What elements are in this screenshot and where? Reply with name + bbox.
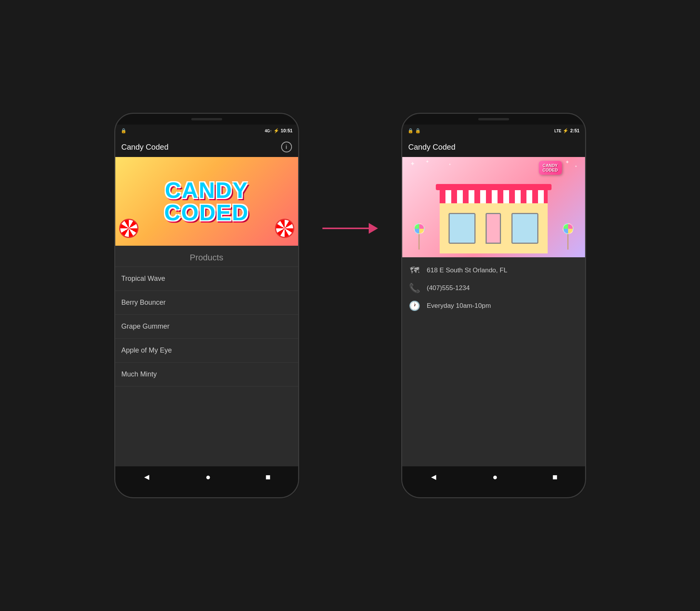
address-row: 🗺 618 E South St Orlando, FL bbox=[408, 265, 579, 276]
sparkle-4: ✦ bbox=[565, 159, 570, 165]
lock-icon-1: 🔒 bbox=[408, 128, 413, 133]
battery-icon: ⚡ bbox=[273, 128, 279, 133]
phone-1-bottom-bar bbox=[115, 488, 298, 497]
phone-1-speaker bbox=[191, 118, 222, 120]
section-header: Products bbox=[115, 246, 298, 267]
sparkle-2: ✦ bbox=[425, 159, 429, 164]
lollipop-right bbox=[563, 223, 573, 250]
list-item[interactable]: Berry Bouncer bbox=[115, 291, 298, 315]
phone-2-top-bar bbox=[402, 114, 585, 125]
store-roof bbox=[440, 188, 548, 203]
phone-2-app-bar: Candy Coded bbox=[402, 137, 585, 157]
phone-2: 🔒 🔒 LTE ⚡ 2:51 Candy Coded ✦ ✦ ✦ ✦ bbox=[401, 113, 586, 498]
sparkle-3: ✦ bbox=[449, 163, 451, 166]
phone-2-speaker bbox=[478, 118, 509, 120]
sparkle-5: ✦ bbox=[575, 165, 577, 168]
recents-button[interactable]: ■ bbox=[265, 472, 270, 482]
status-right-icons: 4G↑ ⚡ 10:51 bbox=[265, 128, 292, 133]
store-illustration: ✦ ✦ ✦ ✦ ✦ bbox=[402, 157, 585, 257]
address-text: 618 E South St Orlando, FL bbox=[427, 267, 508, 274]
phone-row: 📞 (407)555-1234 bbox=[408, 283, 579, 294]
store-building bbox=[440, 188, 548, 257]
sparkle-1: ✦ bbox=[410, 160, 415, 167]
phone-2-screen: 🔒 🔒 LTE ⚡ 2:51 Candy Coded ✦ ✦ ✦ ✦ bbox=[402, 125, 585, 488]
status-left-icons-2: 🔒 🔒 bbox=[408, 128, 421, 133]
product-name: Berry Bouncer bbox=[121, 299, 166, 306]
back-button[interactable]: ◄ bbox=[142, 472, 151, 482]
app-title-right: Candy Coded bbox=[408, 143, 455, 152]
lollipop-stick-left bbox=[418, 234, 420, 250]
info-button[interactable]: i bbox=[281, 142, 292, 152]
hours-text: Everyday 10am-10pm bbox=[427, 302, 491, 310]
phone-text: (407)555-1234 bbox=[427, 284, 470, 292]
home-button[interactable]: ● bbox=[206, 472, 211, 482]
store-window-left bbox=[449, 213, 476, 244]
lte-icon: LTE bbox=[554, 129, 561, 133]
arrow-line bbox=[322, 228, 369, 229]
battery-icon-2: ⚡ bbox=[563, 128, 568, 133]
phone-2-nav-bar: ◄ ● ■ bbox=[402, 466, 585, 488]
signal-icon: 4G↑ bbox=[265, 129, 272, 133]
info-content: 🗺 618 E South St Orlando, FL 📞 (407)555-… bbox=[402, 257, 585, 466]
time-display: 10:51 bbox=[281, 128, 293, 133]
phone-icon: 📞 bbox=[408, 283, 421, 294]
lollipop-head-left bbox=[414, 223, 425, 234]
app-title-left: Candy Coded bbox=[121, 143, 169, 152]
hero-candy-text: CANDYCODED bbox=[164, 179, 249, 224]
lock-icon-2: 🔒 bbox=[415, 128, 421, 133]
list-item[interactable]: Much Minty bbox=[115, 363, 298, 387]
phone-1-top-bar bbox=[115, 114, 298, 125]
list-item[interactable]: Grape Gummer bbox=[115, 315, 298, 339]
map-icon: 🗺 bbox=[408, 265, 421, 276]
lollipop-left bbox=[414, 223, 425, 250]
phone-2-bottom-bar bbox=[402, 488, 585, 497]
time-display-2: 2:51 bbox=[570, 128, 579, 133]
list-item[interactable]: Tropical Wave bbox=[115, 267, 298, 291]
store-window-right bbox=[511, 213, 538, 244]
candy-left bbox=[119, 219, 138, 238]
store-door bbox=[486, 213, 501, 244]
product-name: Tropical Wave bbox=[121, 275, 165, 282]
phone-1-nav-bar: ◄ ● ■ bbox=[115, 466, 298, 488]
status-right-icons-2: LTE ⚡ 2:51 bbox=[554, 128, 579, 133]
arrow-head bbox=[369, 223, 378, 234]
product-name: Grape Gummer bbox=[121, 322, 170, 330]
lollipop-stick-right bbox=[567, 234, 568, 250]
phone-1-status-bar: 🔒 4G↑ ⚡ 10:51 bbox=[115, 125, 298, 137]
navigation-arrow bbox=[322, 223, 378, 234]
clock-icon: 🕐 bbox=[408, 300, 421, 311]
product-list: Tropical Wave Berry Bouncer Grape Gummer… bbox=[115, 267, 298, 466]
back-button-2[interactable]: ◄ bbox=[429, 472, 438, 482]
home-button-2[interactable]: ● bbox=[493, 472, 498, 482]
phone-1: 🔒 4G↑ ⚡ 10:51 Candy Coded i CANDYCODED P… bbox=[114, 113, 299, 498]
product-name: Apple of My Eye bbox=[121, 346, 172, 354]
lollipop-head-right bbox=[563, 223, 573, 234]
store-walls bbox=[440, 203, 548, 253]
hours-row: 🕐 Everyday 10am-10pm bbox=[408, 300, 579, 311]
phone-2-status-bar: 🔒 🔒 LTE ⚡ 2:51 bbox=[402, 125, 585, 137]
store-sign: CANDY CODED bbox=[539, 161, 562, 175]
store-sign-text: CANDY CODED bbox=[543, 163, 558, 172]
product-name: Much Minty bbox=[121, 370, 157, 378]
phone-1-screen: 🔒 4G↑ ⚡ 10:51 Candy Coded i CANDYCODED P… bbox=[115, 125, 298, 488]
list-item[interactable]: Apple of My Eye bbox=[115, 339, 298, 363]
hero-image: CANDYCODED bbox=[115, 157, 298, 246]
recents-button-2[interactable]: ■ bbox=[552, 472, 557, 482]
phone-1-app-bar: Candy Coded i bbox=[115, 137, 298, 157]
candy-right bbox=[275, 219, 294, 238]
sim-icon: 🔒 bbox=[121, 128, 127, 133]
status-left-icons: 🔒 bbox=[121, 128, 127, 133]
store-image: ✦ ✦ ✦ ✦ ✦ bbox=[402, 157, 585, 257]
